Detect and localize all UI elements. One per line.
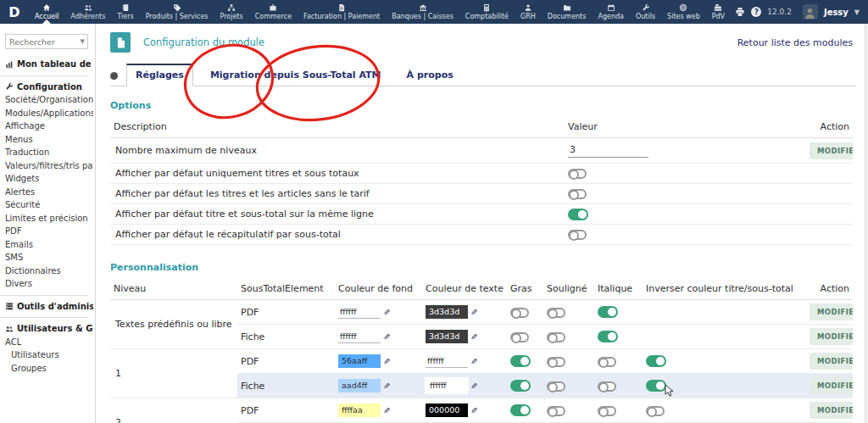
search-caret-icon[interactable]: ▼ bbox=[81, 38, 85, 45]
tab-propos[interactable]: À propos bbox=[398, 65, 462, 86]
nav-item-comptabilit[interactable]: Comptabilité bbox=[459, 0, 515, 24]
nav-item-projets[interactable]: Projets bbox=[214, 0, 249, 24]
toggle-off[interactable] bbox=[568, 169, 587, 179]
chevron-down-icon[interactable]: ▼ bbox=[854, 8, 860, 16]
sidebar-item-traduction[interactable]: Traduction bbox=[0, 146, 95, 159]
color-picker-pen-icon[interactable]: ✎ bbox=[383, 332, 390, 342]
option-value-input[interactable]: 3 bbox=[568, 143, 648, 158]
sidebar-item-s-curit[interactable]: Sécurité bbox=[0, 198, 95, 212]
sidebar-item-soci-t-organisation[interactable]: Société/Organisation bbox=[0, 93, 95, 107]
color-value-input[interactable]: ffffff bbox=[338, 305, 381, 319]
modifier-button[interactable]: MODIFIER bbox=[810, 328, 853, 345]
toggle-off[interactable] bbox=[547, 308, 565, 318]
color-value-chip[interactable]: aad4ff bbox=[338, 379, 381, 392]
color-picker-pen-icon[interactable]: ✎ bbox=[383, 308, 390, 317]
nav-item-grh[interactable]: GRH bbox=[515, 0, 542, 24]
toggle-on[interactable] bbox=[510, 380, 531, 392]
toggle-on[interactable] bbox=[510, 355, 531, 367]
sidebar-item-utilisateurs[interactable]: Utilisateurs bbox=[0, 348, 95, 362]
sidebar-item-menus[interactable]: Menus bbox=[0, 133, 95, 147]
nav-item-sites-web[interactable]: Sites web bbox=[661, 0, 706, 24]
toggle-on[interactable] bbox=[598, 331, 618, 342]
toggle-on[interactable] bbox=[568, 209, 588, 220]
color-value-chip[interactable]: ffffaa bbox=[338, 404, 381, 417]
toggle-off[interactable] bbox=[568, 230, 587, 240]
nav-item-outils[interactable]: Outils bbox=[630, 0, 661, 24]
color-picker-pen-icon[interactable]: ✎ bbox=[383, 357, 390, 366]
color-picker-pen-icon[interactable]: ✎ bbox=[383, 381, 390, 391]
printer-icon[interactable] bbox=[735, 7, 745, 17]
toggle-off[interactable] bbox=[510, 308, 529, 318]
color-picker-pen-icon[interactable]: ✎ bbox=[470, 406, 477, 415]
search-input[interactable] bbox=[5, 34, 88, 49]
nav-item-accueil[interactable]: Accueil bbox=[29, 0, 65, 24]
sidebar-item-sms[interactable]: SMS bbox=[0, 251, 95, 264]
nav-item-label: Banques | Caisses bbox=[392, 13, 453, 20]
sidebar-item-widgets[interactable]: Widgets bbox=[0, 172, 95, 186]
username-label[interactable]: Jessy bbox=[824, 8, 849, 17]
sidebar-item-configuration[interactable]: Configuration bbox=[0, 81, 95, 94]
color-value-chip[interactable]: 3d3d3d bbox=[426, 330, 468, 343]
sidebar-item-utilisateurs-groupes[interactable]: Utilisateurs & Groupes bbox=[0, 322, 95, 336]
sidebar-item-outils-d-administration[interactable]: Outils d'administration bbox=[0, 300, 95, 314]
nav-item-pdv[interactable]: PdV bbox=[706, 0, 731, 24]
nav-item-banques-caisses[interactable]: Banques | Caisses bbox=[386, 0, 459, 24]
toggle-off[interactable] bbox=[598, 357, 616, 367]
back-to-modules-link[interactable]: Retour liste des modules bbox=[737, 37, 853, 48]
dolibarr-logo[interactable]: D bbox=[0, 0, 29, 24]
toggle-off[interactable] bbox=[547, 357, 565, 367]
toggle-off[interactable] bbox=[646, 406, 665, 416]
nav-item-documents[interactable]: Documents bbox=[542, 0, 593, 24]
toggle-off[interactable] bbox=[547, 381, 565, 392]
toggle-off[interactable] bbox=[598, 406, 616, 416]
color-value-chip[interactable]: 000000 bbox=[426, 404, 468, 417]
modifier-button[interactable]: MODIFIER bbox=[810, 142, 853, 159]
sidebar-item-emails[interactable]: Emails bbox=[0, 238, 95, 252]
color-picker-pen-icon[interactable]: ✎ bbox=[470, 332, 477, 342]
toggle-off[interactable] bbox=[510, 332, 529, 342]
sidebar-item-limites-et-pr-cision[interactable]: Limites et précision bbox=[0, 212, 95, 225]
toggle-on[interactable] bbox=[510, 404, 531, 416]
color-picker-pen-icon[interactable]: ✎ bbox=[470, 381, 477, 391]
nav-item-tiers[interactable]: Tiers bbox=[111, 0, 139, 24]
sidebar-item-modules-applications[interactable]: Modules/Applications bbox=[0, 107, 95, 120]
color-value-chip[interactable]: 56aaff bbox=[338, 354, 381, 368]
toggle-off[interactable] bbox=[547, 406, 565, 416]
color-picker-pen-icon[interactable]: ✎ bbox=[383, 406, 390, 415]
nav-item-produits-services[interactable]: Produits | Services bbox=[140, 0, 214, 24]
sidebar-item-affichage[interactable]: Affichage bbox=[0, 120, 95, 133]
color-value-chip[interactable]: 3d3d3d bbox=[426, 305, 468, 319]
tab-r-glages[interactable]: Réglages bbox=[126, 64, 193, 86]
sidebar-item-acl[interactable]: ACL bbox=[0, 336, 95, 349]
nav-item-commerce[interactable]: Commerce bbox=[249, 0, 298, 24]
sidebar-item-groupes[interactable]: Groupes bbox=[0, 362, 95, 376]
color-picker-pen-icon[interactable]: ✎ bbox=[470, 357, 477, 366]
toggle-on[interactable] bbox=[646, 355, 666, 367]
sidebar-item-alertes[interactable]: Alertes bbox=[0, 186, 95, 199]
scrollbar[interactable] bbox=[865, 24, 868, 423]
toggle-off[interactable] bbox=[598, 381, 616, 392]
sidebar-item-valeurs-filtres-tris-par-d-faut[interactable]: Valeurs/filtres/tris par défaut bbox=[0, 159, 95, 173]
color-value-input[interactable]: ffffff bbox=[426, 354, 468, 368]
user-avatar[interactable] bbox=[803, 4, 818, 19]
help-icon[interactable]: ? bbox=[751, 7, 761, 17]
toggle-on[interactable] bbox=[646, 380, 666, 392]
nav-item-facturation-paiement[interactable]: Facturation | Paiement bbox=[298, 0, 386, 24]
tab-migration-depuis-sous-total-atm[interactable]: Migration depuis Sous-Total ATM bbox=[202, 65, 390, 86]
toggle-off[interactable] bbox=[568, 189, 587, 199]
toggle-off[interactable] bbox=[547, 332, 565, 342]
modifier-button[interactable]: MODIFIER bbox=[810, 377, 853, 394]
color-picker-pen-icon[interactable]: ✎ bbox=[470, 308, 477, 317]
sidebar-item-pdf[interactable]: PDF bbox=[0, 225, 95, 238]
nav-item-agenda[interactable]: Agenda bbox=[592, 0, 630, 24]
modifier-button[interactable]: MODIFIER bbox=[810, 303, 853, 320]
nav-item-adh-rents[interactable]: Adhérents bbox=[65, 0, 112, 24]
modifier-button[interactable]: MODIFIER bbox=[810, 402, 853, 419]
color-value-chip[interactable]: ffffff bbox=[426, 378, 468, 393]
color-value-input[interactable]: ffffff bbox=[338, 330, 381, 343]
toggle-on[interactable] bbox=[598, 306, 618, 318]
sidebar-item-divers[interactable]: Divers bbox=[0, 277, 95, 291]
sidebar-item-mon-tableau-de-bord[interactable]: Mon tableau de bord bbox=[0, 58, 95, 71]
sidebar-item-dictionnaires[interactable]: Dictionnaires bbox=[0, 264, 95, 278]
modifier-button[interactable]: MODIFIER bbox=[810, 353, 853, 370]
